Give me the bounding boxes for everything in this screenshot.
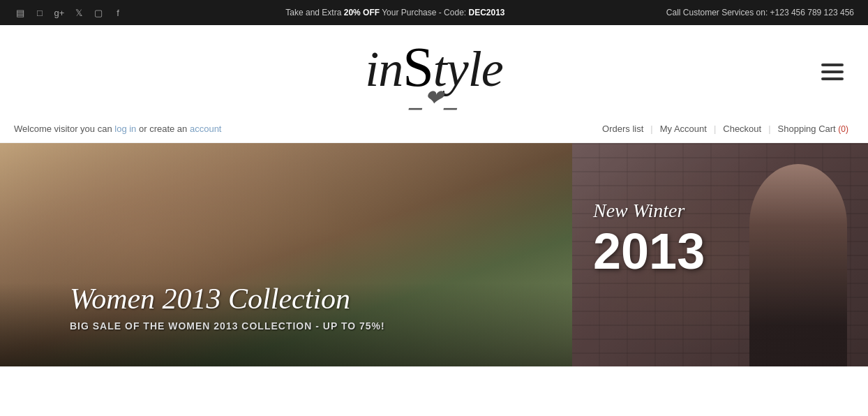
rss-icon[interactable]: ▤ <box>14 6 27 19</box>
social-icons-group: ▤ □ g+ 𝕏 ▢ f <box>14 6 124 19</box>
orders-list-link[interactable]: Orders list <box>597 124 649 134</box>
banner-left-subtitle: BIG SALE OF THE WOMEN 2013 COLLECTION - … <box>70 320 385 332</box>
login-link[interactable]: log in <box>114 124 136 134</box>
vimeo-icon[interactable]: ▢ <box>92 6 105 19</box>
hamburger-menu[interactable] <box>818 60 847 84</box>
nav-sep-2: | <box>714 124 716 134</box>
logo[interactable]: inStyle ⎯❤⎯ <box>365 39 502 111</box>
google-plus-icon[interactable]: g+ <box>53 6 66 19</box>
promo-prefix: Take and Extra <box>285 8 343 17</box>
banner-right-year: 2013 <box>593 226 705 276</box>
banner-left-text: Women 2013 Collection BIG SALE OF THE WO… <box>70 283 385 332</box>
welcome-middle: or create an <box>136 124 190 134</box>
nav-sep-1: | <box>650 124 652 134</box>
hamburger-bar-2 <box>821 70 844 73</box>
promo-code: DEC2013 <box>468 8 504 17</box>
banner-right[interactable]: New Winter 2013 <box>572 143 868 366</box>
nav-links: Orders list | My Account | Checkout | Sh… <box>597 124 854 134</box>
banners-section: Women 2013 Collection BIG SALE OF THE WO… <box>0 143 868 366</box>
welcome-prefix: Welcome visitor you can <box>14 124 114 134</box>
hamburger-bar-3 <box>821 77 844 80</box>
header: inStyle ⎯❤⎯ <box>0 25 868 118</box>
my-account-link[interactable]: My Account <box>654 124 712 134</box>
promo-discount: 20% OFF <box>344 8 380 17</box>
checkout-link[interactable]: Checkout <box>717 124 767 134</box>
cart-count: (0) <box>838 124 848 134</box>
facebook-icon[interactable]: f <box>112 6 124 19</box>
promo-message: Take and Extra 20% OFF Your Purchase - C… <box>152 8 638 17</box>
customer-service: Call Customer Services on: +123 456 789 … <box>666 8 854 17</box>
hamburger-bar-1 <box>821 64 844 66</box>
bookmark-icon[interactable]: □ <box>33 6 46 19</box>
banner-left[interactable]: Women 2013 Collection BIG SALE OF THE WO… <box>0 143 572 366</box>
shopping-cart-link[interactable]: Shopping Cart (0) <box>772 124 854 134</box>
welcome-message: Welcome visitor you can log in or create… <box>14 124 222 134</box>
top-bar: ▤ □ g+ 𝕏 ▢ f Take and Extra 20% OFF Your… <box>0 0 868 25</box>
twitter-icon[interactable]: 𝕏 <box>73 6 85 19</box>
promo-suffix: Your Purchase - Code: <box>380 8 468 17</box>
banner-right-subtitle: New Winter <box>593 199 705 223</box>
nav-sep-3: | <box>768 124 770 134</box>
create-account-link[interactable]: account <box>190 124 222 134</box>
subheader: Welcome visitor you can log in or create… <box>0 118 868 143</box>
banner-right-text: New Winter 2013 <box>593 199 705 276</box>
banner-left-title: Women 2013 Collection <box>70 283 385 315</box>
